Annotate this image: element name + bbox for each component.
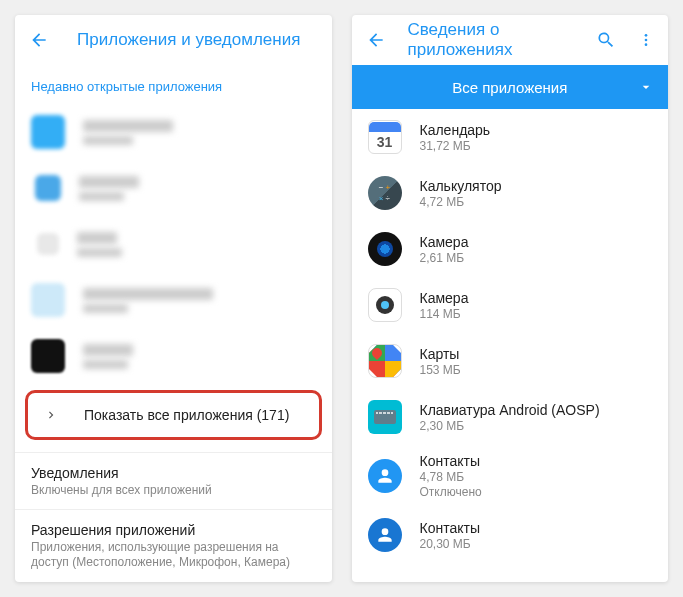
- svg-point-2: [645, 43, 648, 46]
- app-row[interactable]: 31Календарь31,72 МБ: [352, 109, 669, 165]
- page-title-left: Приложения и уведомления: [77, 30, 318, 50]
- app-name: Контакты: [420, 453, 653, 469]
- app-icon: [31, 115, 65, 149]
- recent-app-row[interactable]: [15, 328, 332, 384]
- search-icon[interactable]: [596, 30, 616, 50]
- app-size: 114 МБ: [420, 307, 653, 321]
- app-icon: 31: [368, 120, 402, 154]
- app-row[interactable]: Контакты4,78 МБОтключено: [352, 445, 669, 507]
- app-row[interactable]: Контакты20,30 МБ: [352, 507, 669, 563]
- app-icon: [37, 233, 59, 255]
- app-row[interactable]: Камера2,61 МБ: [352, 221, 669, 277]
- app-icon: [368, 459, 402, 493]
- app-icon: [368, 518, 402, 552]
- recent-app-row[interactable]: [15, 272, 332, 328]
- app-icon: [368, 232, 402, 266]
- overflow-menu-icon[interactable]: [638, 30, 654, 50]
- app-name: Контакты: [420, 520, 653, 536]
- recent-app-row[interactable]: [15, 160, 332, 216]
- app-name: Камера: [420, 234, 653, 250]
- app-name: Камера: [420, 290, 653, 306]
- app-icon: [35, 175, 61, 201]
- app-icon: [368, 288, 402, 322]
- app-row[interactable]: Карты153 МБ: [352, 333, 669, 389]
- all-apps-label: Все приложения: [452, 79, 567, 96]
- all-apps-dropdown[interactable]: Все приложения: [352, 65, 669, 109]
- header-right: Сведения о приложениях: [352, 15, 669, 65]
- app-label-blurred: [83, 120, 316, 145]
- app-status: Отключено: [420, 485, 653, 499]
- svg-point-0: [645, 34, 648, 37]
- app-icon: −+×÷: [368, 176, 402, 210]
- phone-right: Сведения о приложениях Все приложения 31…: [352, 15, 669, 582]
- app-size: 2,30 МБ: [420, 419, 653, 433]
- app-label-blurred: [83, 288, 316, 313]
- chevron-right-icon: [44, 408, 58, 422]
- back-icon[interactable]: [29, 30, 49, 50]
- show-all-apps-button[interactable]: Показать все приложения (171): [25, 390, 322, 440]
- page-title-right: Сведения о приложениях: [408, 20, 575, 60]
- app-size: 4,72 МБ: [420, 195, 653, 209]
- notifications-setting[interactable]: Уведомления Включены для всех приложений: [15, 452, 332, 509]
- header-left: Приложения и уведомления: [15, 15, 332, 65]
- app-row[interactable]: Клавиатура Android (AOSP)2,30 МБ: [352, 389, 669, 445]
- setting-title: Разрешения приложений: [31, 522, 316, 538]
- permissions-setting[interactable]: Разрешения приложений Приложения, исполь…: [15, 509, 332, 581]
- show-all-label: Показать все приложения (171): [84, 407, 289, 423]
- setting-subtitle: Включены для всех приложений: [31, 483, 316, 499]
- recent-app-row[interactable]: [15, 104, 332, 160]
- app-name: Карты: [420, 346, 653, 362]
- app-size: 20,30 МБ: [420, 537, 653, 551]
- app-size: 4,78 МБ: [420, 470, 653, 484]
- app-name: Календарь: [420, 122, 653, 138]
- app-name: Клавиатура Android (AOSP): [420, 402, 653, 418]
- recent-app-row[interactable]: [15, 216, 332, 272]
- back-icon[interactable]: [366, 30, 386, 50]
- app-label-blurred: [77, 232, 316, 257]
- app-icon: [368, 400, 402, 434]
- app-row[interactable]: Камера114 МБ: [352, 277, 669, 333]
- app-row[interactable]: −+×÷Калькулятор4,72 МБ: [352, 165, 669, 221]
- app-size: 2,61 МБ: [420, 251, 653, 265]
- app-label-blurred: [83, 344, 316, 369]
- app-size: 31,72 МБ: [420, 139, 653, 153]
- app-icon: [31, 339, 65, 373]
- app-icon: [31, 283, 65, 317]
- chevron-down-icon: [638, 79, 654, 95]
- app-size: 153 МБ: [420, 363, 653, 377]
- app-label-blurred: [79, 176, 316, 201]
- setting-title: Уведомления: [31, 465, 316, 481]
- setting-subtitle: Приложения, использующие разрешения на д…: [31, 540, 316, 571]
- app-name: Калькулятор: [420, 178, 653, 194]
- app-icon: [368, 344, 402, 378]
- svg-point-1: [645, 39, 648, 42]
- app-list: 31Календарь31,72 МБ−+×÷Калькулятор4,72 М…: [352, 109, 669, 582]
- phone-left: Приложения и уведомления Недавно открыты…: [15, 15, 332, 582]
- recent-apps-section-title: Недавно открытые приложения: [15, 65, 332, 104]
